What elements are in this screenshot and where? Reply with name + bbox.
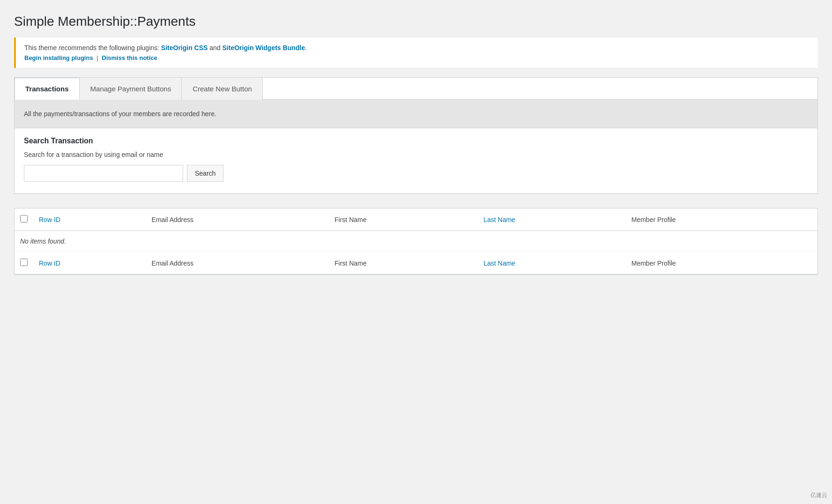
notice-and-separator: and (209, 44, 222, 52)
info-bar-text: All the payments/transactions of your me… (24, 110, 216, 118)
search-section-title: Search Transaction (24, 137, 808, 145)
table-header-last-name[interactable]: Last Name (478, 208, 626, 231)
table-header-checkbox (15, 208, 33, 231)
tabs-nav: Transactions Manage Payment Buttons Crea… (15, 78, 817, 100)
watermark: 亿速云 (810, 491, 827, 499)
notice-pipe-separator: | (97, 54, 98, 61)
transactions-table: Row ID Email Address First Name Last Nam… (15, 208, 817, 274)
notice-links: Begin installing plugins | Dismiss this … (24, 54, 810, 61)
siteorigin-css-link[interactable]: SiteOrigin CSS (161, 44, 208, 52)
notice-text-before: This theme recommends the following plug… (24, 44, 161, 52)
table-header-email-address: Email Address (146, 208, 329, 231)
dismiss-notice-link[interactable]: Dismiss this notice (102, 54, 157, 61)
table-footer-member-profile: Member Profile (626, 252, 817, 274)
page-title: Simple Membership::Payments (14, 9, 818, 29)
select-all-footer-checkbox[interactable] (20, 259, 28, 266)
siteorigin-widgets-bundle-link[interactable]: SiteOrigin Widgets Bundle (223, 44, 305, 52)
main-content: All the payments/transactions of your me… (14, 100, 818, 194)
table-footer-checkbox (15, 252, 33, 274)
search-row: Search (24, 165, 808, 182)
table-header-row-id[interactable]: Row ID (33, 208, 146, 231)
table-footer-email-address: Email Address (146, 252, 329, 274)
table-footer-row-id[interactable]: Row ID (33, 252, 146, 274)
theme-notice: This theme recommends the following plug… (14, 37, 818, 68)
begin-installing-link[interactable]: Begin installing plugins (24, 54, 93, 61)
table-footer-row: Row ID Email Address First Name Last Nam… (15, 252, 817, 274)
search-button[interactable]: Search (187, 165, 223, 182)
tabs-container: Transactions Manage Payment Buttons Crea… (14, 77, 818, 100)
search-input[interactable] (24, 165, 183, 182)
table-header-row: Row ID Email Address First Name Last Nam… (15, 208, 817, 231)
notice-text: This theme recommends the following plug… (24, 44, 810, 52)
search-section: Search Transaction Search for a transact… (15, 128, 817, 193)
table-section: Row ID Email Address First Name Last Nam… (14, 208, 818, 275)
select-all-checkbox[interactable] (20, 215, 28, 222)
table-footer-last-name[interactable]: Last Name (478, 252, 626, 274)
search-description: Search for a transaction by using email … (24, 151, 808, 158)
no-items-text: No items found. (15, 231, 817, 252)
tab-create-new-button[interactable]: Create New Button (182, 78, 263, 100)
tab-manage-payment-buttons[interactable]: Manage Payment Buttons (80, 78, 182, 100)
table-footer-first-name: First Name (329, 252, 478, 274)
table-header-first-name: First Name (329, 208, 478, 231)
tab-transactions[interactable]: Transactions (15, 78, 80, 100)
notice-period: . (305, 44, 307, 52)
table-header-member-profile: Member Profile (626, 208, 817, 231)
no-items-row: No items found. (15, 231, 817, 252)
info-bar: All the payments/transactions of your me… (15, 100, 817, 128)
